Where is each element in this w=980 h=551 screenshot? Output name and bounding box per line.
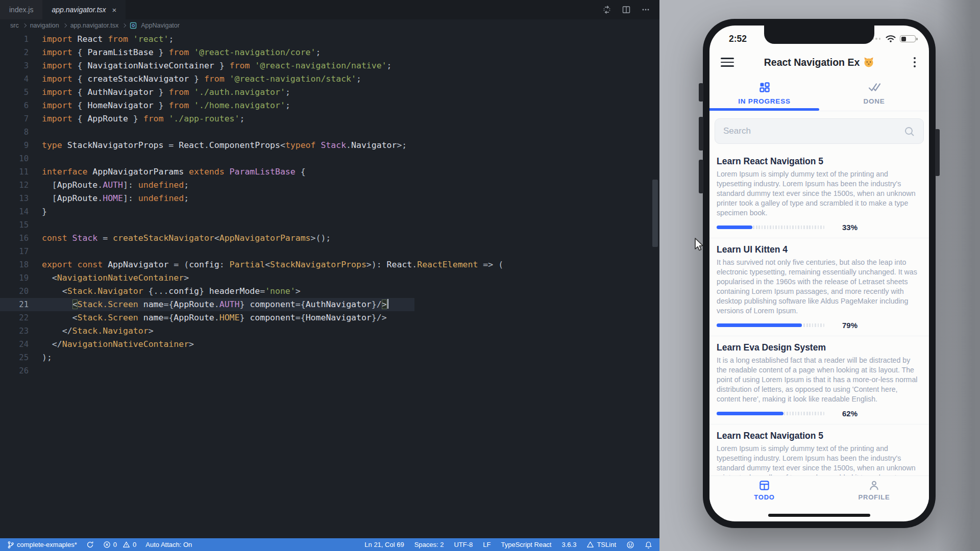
problems-item[interactable]: 0 0 [103, 541, 136, 548]
notifications-bell-icon[interactable] [645, 541, 652, 549]
sync-preview-icon[interactable] [602, 5, 611, 14]
code-line[interactable]: 17 [0, 245, 659, 258]
code-text: <NavigationNativeContainer> [29, 271, 189, 285]
code-line[interactable]: 19 <NavigationNativeContainer> [0, 271, 659, 285]
code-line[interactable]: 1import React from 'react'; [0, 33, 659, 46]
tab-index-js[interactable]: index.js [0, 0, 42, 19]
more-actions-icon[interactable] [641, 5, 650, 14]
card-description: Lorem Ipsum is simply dummy text of the … [717, 444, 922, 475]
battery-icon [900, 35, 916, 42]
language-mode[interactable]: TypeScript React [501, 541, 552, 548]
line-number: 20 [0, 285, 29, 298]
line-number: 26 [0, 364, 29, 378]
progress-percent: 33% [842, 223, 857, 232]
code-line[interactable]: 10 [0, 152, 659, 165]
eol-setting[interactable]: LF [483, 541, 491, 548]
code-line[interactable]: 8 [0, 126, 659, 139]
line-number: 9 [0, 139, 29, 152]
bottom-nav-bar: TODO PROFILE [709, 475, 929, 504]
code-text [29, 218, 42, 232]
overflow-menu-icon[interactable] [912, 55, 918, 70]
code-text: <Stack.Screen name={AppRoute.AUTH} compo… [29, 298, 388, 311]
code-line[interactable]: 16const Stack = createStackNavigator<App… [0, 232, 659, 245]
code-line[interactable]: 25); [0, 351, 659, 364]
line-number: 2 [0, 46, 29, 59]
editor-scrollbar[interactable] [652, 180, 658, 247]
todo-card[interactable]: Learn React Navigation 5Lorem Ipsum is s… [709, 424, 929, 475]
code-line[interactable]: 21 <Stack.Screen name={AppRoute.AUTH} co… [0, 298, 659, 311]
menu-hamburger-icon[interactable] [721, 56, 734, 69]
screenshot-root: index.js app.navigator.tsx × src [0, 0, 980, 551]
code-text: </Stack.Navigator> [29, 324, 154, 338]
nav-item-todo[interactable]: TODO [709, 476, 819, 504]
search-input[interactable] [715, 118, 924, 144]
code-line[interactable]: 14} [0, 205, 659, 218]
split-editor-icon[interactable] [622, 5, 631, 14]
code-line[interactable]: 2import { ParamListBase } from '@react-n… [0, 46, 659, 59]
linter-label: TSLint [597, 541, 616, 548]
nav-label: TODO [754, 493, 775, 501]
warning-triangle-icon [586, 541, 594, 548]
tab-in-progress[interactable]: IN PROGRESS [709, 76, 819, 111]
code-line[interactable]: 9type StackNavigatorProps = React.Compon… [0, 139, 659, 152]
nav-item-profile[interactable]: PROFILE [819, 476, 929, 504]
git-branch-icon [7, 541, 14, 549]
code-text: interface AppNavigatorParams extends Par… [29, 165, 306, 179]
code-line[interactable]: 3import { NavigationNativeContainer } fr… [0, 59, 659, 72]
chevron-right-icon [122, 23, 126, 27]
phone-notch [764, 26, 874, 44]
code-line[interactable]: 7import { AppRoute } from './app-routes'… [0, 112, 659, 126]
code-line[interactable]: 13 [AppRoute.HOME]: undefined; [0, 192, 659, 205]
feedback-smiley-icon[interactable] [626, 541, 634, 549]
progress-percent: 62% [842, 409, 857, 418]
todo-card[interactable]: Learn UI Kitten 4It has survived not onl… [709, 238, 929, 336]
line-number: 18 [0, 258, 29, 271]
code-text: </NavigationNativeContainer> [29, 338, 194, 351]
code-line[interactable]: 22 <Stack.Screen name={AppRoute.HOME} co… [0, 311, 659, 324]
line-number: 23 [0, 324, 29, 338]
breadcrumb: src navigation app.navigator.tsx AppNavi… [0, 19, 659, 32]
home-indicator[interactable] [768, 514, 870, 517]
code-line[interactable]: 23 </Stack.Navigator> [0, 324, 659, 338]
code-line[interactable]: 18export const AppNavigator = (config: P… [0, 258, 659, 271]
breadcrumb-file[interactable]: app.navigator.tsx [70, 22, 119, 29]
todo-card[interactable]: Learn React Navigation 5Lorem Ipsum is s… [709, 150, 929, 238]
auto-attach-item[interactable]: Auto Attach: On [145, 541, 192, 548]
cursor-position[interactable]: Ln 21, Col 69 [364, 541, 404, 548]
todo-card[interactable]: Learn Eva Design SystemIt is a long esta… [709, 336, 929, 424]
code-text: type StackNavigatorProps = React.Compone… [29, 139, 407, 152]
sync-item[interactable] [86, 541, 94, 548]
close-icon[interactable]: × [112, 6, 117, 14]
line-number: 17 [0, 245, 29, 258]
tab-done[interactable]: DONE [819, 76, 929, 111]
tab-app-navigator-tsx[interactable]: app.navigator.tsx × [42, 0, 126, 19]
ts-version[interactable]: 3.6.3 [562, 541, 577, 548]
breadcrumb-src[interactable]: src [10, 22, 19, 29]
editor-tabstrip: index.js app.navigator.tsx × [0, 0, 659, 19]
code-line[interactable]: 26 [0, 364, 659, 378]
encoding-setting[interactable]: UTF-8 [454, 541, 473, 548]
code-text [29, 245, 42, 258]
code-text: ); [29, 351, 52, 364]
code-line[interactable]: 15 [0, 218, 659, 232]
linter-item[interactable]: TSLint [586, 541, 616, 548]
code-line[interactable]: 5import { AuthNavigator } from './auth.n… [0, 86, 659, 99]
code-line[interactable]: 20 <Stack.Navigator {...config} headerMo… [0, 285, 659, 298]
phone-screen: 2:52 React Navigation Ex [709, 26, 929, 521]
breadcrumb-navigation[interactable]: navigation [30, 22, 59, 29]
editor-title-actions [126, 0, 659, 19]
indentation-setting[interactable]: Spaces: 2 [414, 541, 444, 548]
vscode-editor-pane: index.js app.navigator.tsx × src [0, 0, 659, 551]
line-number: 6 [0, 99, 29, 112]
code-line[interactable]: 4import { createStackNavigator } from '@… [0, 72, 659, 86]
code-line[interactable]: 24 </NavigationNativeContainer> [0, 338, 659, 351]
code-area[interactable]: 1import React from 'react';2import { Par… [0, 33, 659, 378]
code-text: import { ParamListBase } from '@react-na… [29, 46, 321, 59]
git-branch-item[interactable]: complete-exmaples* [7, 541, 77, 549]
code-text: const Stack = createStackNavigator<AppNa… [29, 232, 331, 245]
code-line[interactable]: 12 [AppRoute.AUTH]: undefined; [0, 179, 659, 192]
status-bar-right: Ln 21, Col 69 Spaces: 2 UTF-8 LF TypeScr… [364, 541, 652, 549]
code-line[interactable]: 11interface AppNavigatorParams extends P… [0, 165, 659, 179]
code-line[interactable]: 6import { HomeNavigator } from './home.n… [0, 99, 659, 112]
breadcrumb-symbol[interactable]: AppNavigator [141, 22, 180, 29]
